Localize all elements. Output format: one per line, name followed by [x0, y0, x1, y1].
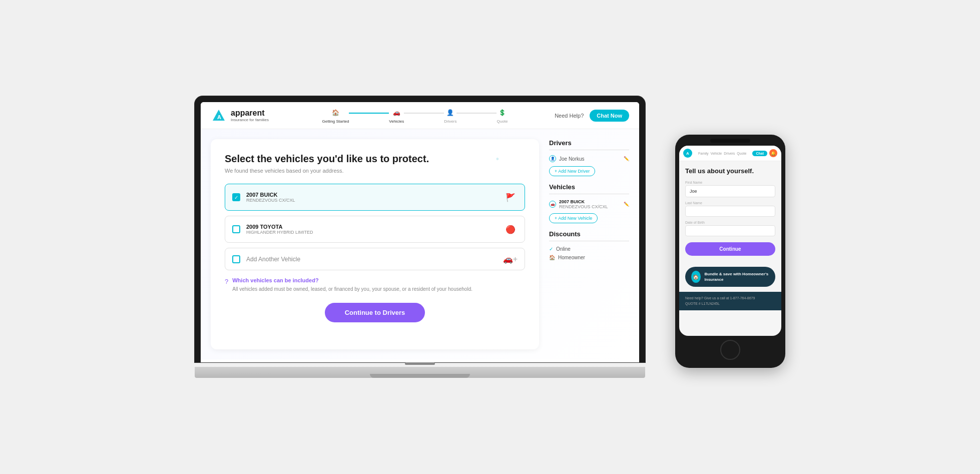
phone-footer-help: Need help? Give us a call at 1-877-764-8…: [685, 296, 775, 301]
phone-tab-drivers[interactable]: Drivers: [724, 152, 735, 155]
vehicle-model-buick: RENDEZVOUS CX/CXL: [246, 198, 498, 203]
vehicle-item-buick[interactable]: 2007 BUICK RENDEZVOUS CX/CXL 🚩: [225, 184, 525, 211]
step-line-2: [404, 113, 444, 114]
vehicle-edit-icon[interactable]: ✏️: [624, 202, 629, 207]
phone-tab-quote[interactable]: Quote: [737, 152, 746, 155]
phone-content: Tell us about yourself. First Name Joe L…: [679, 161, 781, 262]
quote-icon: 💲: [497, 107, 508, 118]
phone-label-firstname: First Name: [685, 181, 775, 184]
main-content: Select the vehicles you'd like us to pro…: [201, 129, 639, 359]
vehicle-item-toyota[interactable]: 2009 TOYOTA HIGHLANDER HYBRID LIMITED 🔴: [225, 216, 525, 243]
vehicle-info-toyota: 2009 TOYOTA HIGHLANDER HYBRID LIMITED: [246, 224, 498, 235]
logo-icon: A: [211, 108, 227, 124]
step-line-1: [349, 113, 389, 114]
phone-notification-icon: 🔔: [769, 149, 777, 157]
faq-question: Which vehicles can be included?: [232, 277, 472, 283]
buick-logo-icon: 🚩: [504, 190, 518, 204]
question-icon: ?: [225, 278, 228, 293]
logo-area: A apparent Insurance for families: [211, 108, 281, 124]
faq-content: Which vehicles can be included? All vehi…: [232, 277, 472, 293]
driver-person-icon: 👤: [549, 155, 556, 162]
discount-online: ✓ Online: [549, 246, 629, 252]
homeowner-discount-icon: 🏠: [549, 255, 555, 260]
phone-chat-button[interactable]: Chat: [752, 151, 767, 156]
add-vehicle-label: Add Another Vehicle: [246, 256, 497, 263]
add-new-vehicle-button[interactable]: + Add New Vehicle: [549, 213, 598, 223]
vehicle-model-toyota: HIGHLANDER HYBRID LIMITED: [246, 230, 498, 235]
panel-subtitle: We found these vehicles based on your ad…: [225, 168, 525, 174]
sidebar-drivers-title: Drivers: [549, 139, 629, 150]
phone-field-firstname: First Name Joe: [685, 181, 775, 197]
person-icon: 👤: [445, 107, 456, 118]
phone-input-firstname[interactable]: Joe: [685, 185, 775, 197]
logo-text: apparent Insurance for families: [231, 109, 269, 122]
laptop-screen-outer: A apparent Insurance for families 🏠 Gett…: [195, 96, 645, 362]
vehicle-checkbox-buick[interactable]: [232, 193, 240, 201]
phone-nav-tabs: Family Vehicle Drivers Quote: [694, 152, 750, 155]
step-label-quote: Quote: [497, 119, 508, 124]
toyota-logo-icon: 🔴: [504, 222, 518, 236]
laptop: A apparent Insurance for families 🏠 Gett…: [195, 96, 645, 378]
sidebar-vehicle-info: 2007 BUICK RENDEZVOUS CX/CXL: [559, 199, 621, 209]
sidebar-vehicle-year-make: 2007 BUICK: [559, 199, 621, 204]
sidebar-driver-row: 👤 Joe Norkus ✏️: [549, 155, 629, 162]
phone-field-dob: Date of Birth: [685, 221, 775, 236]
phone-input-lastname[interactable]: [685, 206, 775, 217]
add-vehicle-item[interactable]: Add Another Vehicle 🚗+: [225, 248, 525, 270]
discount-online-label: Online: [556, 246, 571, 252]
laptop-notch: [405, 362, 435, 365]
logo-tagline: Insurance for families: [231, 118, 269, 122]
sidebar-vehicles-title: Vehicles: [549, 183, 629, 194]
faq-section: ? Which vehicles can be included? All ve…: [225, 277, 525, 293]
add-vehicle-checkbox[interactable]: [232, 255, 240, 263]
phone-tab-family[interactable]: Family: [698, 152, 709, 155]
phone-input-dob[interactable]: [685, 225, 775, 236]
phone-logo: A: [683, 149, 692, 158]
vehicle-info-buick: 2007 BUICK RENDEZVOUS CX/CXL: [246, 192, 498, 203]
chat-now-button[interactable]: Chat Now: [590, 110, 629, 122]
navbar-right: Need Help? Chat Now: [549, 110, 629, 122]
phone-footer: Need help? Give us a call at 1-877-764-8…: [679, 292, 781, 310]
phone-screen: A Family Vehicle Drivers Quote Chat 🔔 Te…: [679, 146, 781, 336]
right-sidebar: Drivers 👤 Joe Norkus ✏️ + Add New Driver…: [549, 139, 629, 349]
add-vehicle-icon: 🚗+: [503, 254, 518, 264]
step-label-drivers: Drivers: [444, 119, 456, 124]
home-icon: 🏠: [330, 107, 341, 118]
step-label-getting-started: Getting Started: [322, 119, 349, 124]
logo-name: apparent: [231, 109, 269, 118]
add-new-driver-button[interactable]: + Add New Driver: [549, 166, 595, 176]
vehicle-year-make-buick: 2007 BUICK: [246, 192, 498, 198]
car-icon: 🚗: [391, 107, 402, 118]
sidebar-discounts-title: Discounts: [549, 230, 629, 241]
step-vehicles: 🚗 Vehicles: [389, 107, 404, 124]
discount-homeowner-label: Homeowner: [558, 255, 585, 260]
phone-tab-vehicle[interactable]: Vehicle: [711, 152, 722, 155]
vehicle-checkbox-toyota[interactable]: [232, 225, 240, 233]
phone: A Family Vehicle Drivers Quote Chat 🔔 Te…: [675, 135, 785, 368]
phone-form-title: Tell us about yourself.: [685, 167, 775, 175]
continue-to-drivers-button[interactable]: Continue to Drivers: [325, 303, 425, 322]
driver-edit-icon[interactable]: ✏️: [624, 156, 629, 161]
phone-notch: [710, 139, 750, 143]
vehicle-year-make-toyota: 2009 TOYOTA: [246, 224, 498, 230]
phone-field-lastname: Last Name: [685, 201, 775, 217]
navbar: A apparent Insurance for families 🏠 Gett…: [201, 102, 639, 129]
phone-home-button[interactable]: [720, 340, 740, 360]
phone-label-lastname: Last Name: [685, 201, 775, 205]
phone-bundle-text: Bundle & save with Homeowner's Insurance: [705, 271, 769, 282]
phone-footer-quote: QUOTE # L17LN245L: [685, 301, 775, 307]
sidebar-vehicle-row: 🚗 2007 BUICK RENDEZVOUS CX/CXL ✏️: [549, 199, 629, 209]
step-drivers: 👤 Drivers: [444, 107, 456, 124]
step-line-3: [456, 113, 497, 114]
phone-nav: A Family Vehicle Drivers Quote Chat 🔔: [679, 146, 781, 161]
discount-homeowner: 🏠 Homeowner: [549, 255, 629, 260]
laptop-base: [195, 367, 645, 378]
progress-steps: 🏠 Getting Started 🚗 Vehicles 👤 Drivers: [281, 107, 549, 124]
sidebar-car-icon: 🚗: [549, 201, 556, 208]
online-discount-icon: ✓: [549, 246, 553, 252]
left-panel: Select the vehicles you'd like us to pro…: [211, 139, 539, 349]
driver-name: Joe Norkus: [559, 156, 621, 162]
laptop-screen: A apparent Insurance for families 🏠 Gett…: [201, 102, 639, 362]
phone-bundle-banner[interactable]: 🏠 Bundle & save with Homeowner's Insuran…: [685, 267, 775, 287]
phone-continue-button[interactable]: Continue: [685, 242, 775, 256]
